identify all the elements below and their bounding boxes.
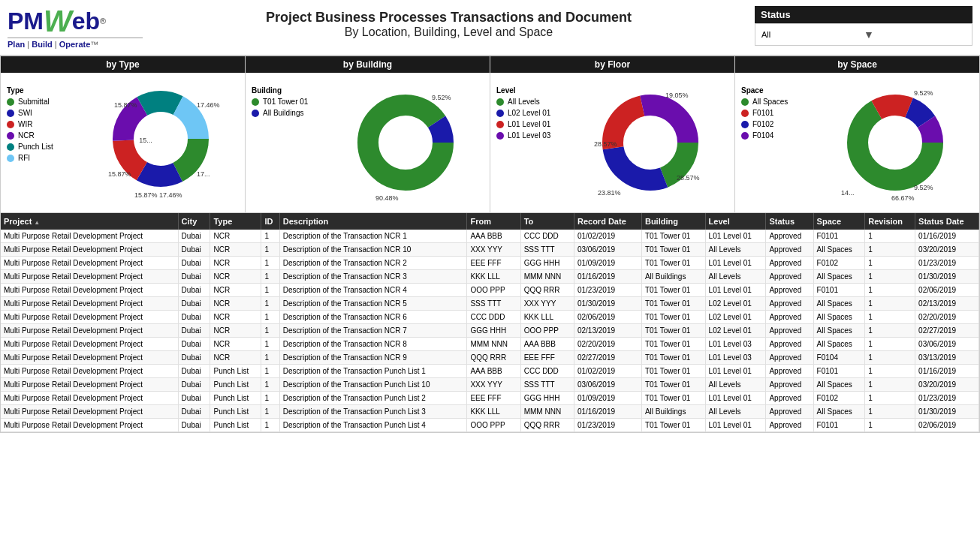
table-cell: Description of the Transaction NCR 2 — [279, 257, 467, 270]
col-status[interactable]: Status — [766, 213, 813, 230]
chart-space-header: by Space — [735, 56, 979, 73]
col-status-date[interactable]: Status Date — [915, 213, 979, 230]
table-cell: 03/13/2019 — [915, 351, 979, 365]
col-record-date[interactable]: Record Date — [574, 213, 641, 230]
col-id[interactable]: ID — [261, 213, 279, 230]
table-cell: 1 — [261, 284, 279, 297]
table-cell: T01 Tower 01 — [641, 311, 705, 324]
table-row: Multi Purpose Retail Development Project… — [1, 338, 979, 351]
chart-type-header: by Type — [1, 56, 245, 73]
table-cell: QQQ RRR — [520, 419, 574, 432]
table-cell: Approved — [766, 392, 813, 405]
table-cell: L01 Level 01 — [705, 230, 766, 243]
col-description[interactable]: Description — [279, 213, 467, 230]
table-row: Multi Purpose Retail Development Project… — [1, 392, 979, 405]
table-cell: 02/20/2019 — [574, 338, 641, 351]
table-cell: 02/06/2019 — [574, 311, 641, 324]
legend-l01: L01 Level 01 — [496, 120, 571, 128]
dropdown-arrow-icon: ▼ — [864, 29, 966, 41]
table-cell: KKK LLL — [520, 311, 574, 324]
table-cell: 01/30/2019 — [915, 270, 979, 284]
table-cell: Multi Purpose Retail Development Project — [1, 324, 178, 338]
table-cell: Dubai — [178, 311, 210, 324]
floor-donut-area: 19.05% 28.57% 23.81% 28.57% — [571, 79, 728, 206]
table-row: Multi Purpose Retail Development Project… — [1, 351, 979, 365]
table-cell: 1 — [865, 257, 915, 270]
space-label-4: 66.67% — [891, 194, 915, 202]
table-cell: NCR — [210, 230, 261, 243]
table-cell: 03/06/2019 — [574, 378, 641, 392]
table-cell: 1 — [261, 351, 279, 365]
table-wrapper[interactable]: Project ▲ City Type ID Description From … — [1, 213, 979, 432]
table-cell: Multi Purpose Retail Development Project — [1, 405, 178, 419]
table-cell: 01/23/2019 — [574, 284, 641, 297]
legend-swi: SWI — [7, 109, 82, 117]
table-cell: F0104 — [813, 351, 865, 365]
logo-eb: eb — [72, 8, 100, 35]
logo-registered: ® — [100, 17, 106, 26]
legend-wir: WIR — [7, 120, 82, 128]
table-cell: All Levels — [705, 405, 766, 419]
table-row: Multi Purpose Retail Development Project… — [1, 257, 979, 270]
logo-pm: PM — [8, 8, 44, 35]
table-cell: CCC DDD — [520, 230, 574, 243]
table-cell: 02/27/2019 — [574, 351, 641, 365]
col-type[interactable]: Type — [210, 213, 261, 230]
table-cell: L02 Level 01 — [705, 297, 766, 311]
legend-f0102: F0102 — [741, 120, 816, 128]
table-cell: 1 — [261, 378, 279, 392]
table-cell: 1 — [865, 338, 915, 351]
chart-by-building: by Building Building T01 Tower 01 All Bu… — [246, 56, 490, 212]
col-from[interactable]: From — [467, 213, 520, 230]
col-space[interactable]: Space — [813, 213, 865, 230]
table-cell: Description of the Transaction NCR 4 — [279, 284, 467, 297]
table-cell: All Levels — [705, 270, 766, 284]
building-donut-chart: 9.52% 90.48% — [345, 79, 466, 206]
chart-space-body: Space All Spaces F0101 F0102 F0104 — [735, 73, 979, 212]
table-cell: CCC DDD — [520, 365, 574, 378]
table-cell: T01 Tower 01 — [641, 392, 705, 405]
table-cell: T01 Tower 01 — [641, 419, 705, 432]
table-cell: Dubai — [178, 365, 210, 378]
col-revision[interactable]: Revision — [865, 213, 915, 230]
table-cell: Punch List — [210, 365, 261, 378]
table-cell: Punch List — [210, 419, 261, 432]
table-cell: Description of the Transaction Punch Lis… — [279, 405, 467, 419]
table-cell: L01 Level 03 — [705, 351, 766, 365]
table-cell: 1 — [261, 392, 279, 405]
building-donut-area: 9.52% 90.48% — [327, 79, 484, 206]
table-row: Multi Purpose Retail Development Project… — [1, 270, 979, 284]
type-donut-chart: 17.46% 17... 15.87% 15.87% 15.87% 17.46%… — [101, 79, 221, 206]
col-city[interactable]: City — [178, 213, 210, 230]
table-cell: Dubai — [178, 257, 210, 270]
table-cell: 1 — [865, 419, 915, 432]
table-cell: Dubai — [178, 230, 210, 243]
table-cell: T01 Tower 01 — [641, 243, 705, 257]
table-cell: 1 — [261, 270, 279, 284]
table-cell: T01 Tower 01 — [641, 324, 705, 338]
col-project[interactable]: Project ▲ — [1, 213, 178, 230]
floor-label-2: 28.57% — [677, 174, 700, 182]
table-cell: 02/13/2019 — [915, 297, 979, 311]
floor-label-4: 28.57% — [594, 140, 617, 148]
table-cell: All Levels — [705, 243, 766, 257]
table-cell: EEE FFF — [467, 257, 520, 270]
col-building[interactable]: Building — [641, 213, 705, 230]
legend-all-levels: All Levels — [496, 98, 571, 106]
type-donut-area: 17.46% 17... 15.87% 15.87% 15.87% 17.46%… — [82, 79, 239, 206]
col-to[interactable]: To — [520, 213, 574, 230]
table-cell: XXX YYY — [467, 378, 520, 392]
table-cell: L02 Level 01 — [705, 311, 766, 324]
table-cell: Description of the Transaction Punch Lis… — [279, 419, 467, 432]
table-cell: 03/06/2019 — [574, 243, 641, 257]
table-cell: NCR — [210, 324, 261, 338]
type-label-5: 15.87% — [134, 191, 158, 199]
table-cell: Punch List — [210, 405, 261, 419]
status-dropdown[interactable]: All ▼ — [755, 23, 972, 46]
table-cell: 01/16/2019 — [915, 230, 979, 243]
table-cell: Description of the Transaction NCR 7 — [279, 324, 467, 338]
col-level[interactable]: Level — [705, 213, 766, 230]
table-row: Multi Purpose Retail Development Project… — [1, 378, 979, 392]
table-cell: 1 — [865, 270, 915, 284]
table-cell: Approved — [766, 324, 813, 338]
